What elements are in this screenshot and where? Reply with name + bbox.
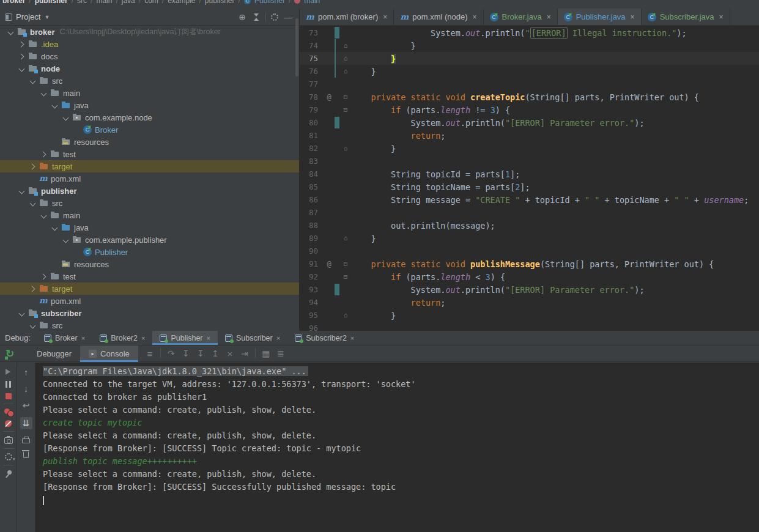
code-editor[interactable]: 73 System.out.println("[ERROR] Illegal i… xyxy=(300,26,759,331)
code-text[interactable]: private static void publishMessage(Strin… xyxy=(351,259,759,269)
editor-tab-broker-java[interactable]: CBroker.java× xyxy=(484,9,558,25)
breadcrumb-item[interactable]: main xyxy=(96,0,112,5)
clear-icon[interactable] xyxy=(23,452,29,458)
code-text[interactable]: } xyxy=(351,41,759,51)
close-icon[interactable]: × xyxy=(207,334,210,342)
chevron-down-icon[interactable] xyxy=(50,223,59,232)
project-tree-scrollbar[interactable] xyxy=(295,18,298,76)
close-icon[interactable]: × xyxy=(631,13,635,21)
chevron-right-icon[interactable] xyxy=(39,150,48,158)
code-text[interactable]: } xyxy=(351,311,759,320)
close-icon[interactable]: × xyxy=(276,334,280,342)
chevron-down-icon[interactable] xyxy=(6,28,15,36)
editor-tab-pom-xml-node-[interactable]: mpom.xml (node)× xyxy=(394,9,483,25)
editor-tab-subscriber-java[interactable]: CSubscriber.java× xyxy=(642,9,730,25)
fold-end-icon[interactable]: ⌂ xyxy=(340,234,351,242)
view-tab-console[interactable]: ▸Console xyxy=(80,345,138,362)
code-text[interactable]: System.out.println("[ERROR] Illegal inst… xyxy=(351,28,759,38)
breadcrumb-item[interactable]: publisher xyxy=(205,0,235,5)
tree-item-com-example-publisher[interactable]: com.example.publisher xyxy=(0,234,299,246)
fold-end-icon[interactable]: ⌂ xyxy=(340,67,351,75)
drop-frame-icon[interactable] xyxy=(223,347,237,360)
tree-item-resources[interactable]: resources xyxy=(0,136,299,148)
breadcrumb-item[interactable]: java xyxy=(122,0,135,5)
tree-item-test[interactable]: test xyxy=(0,270,299,283)
fold-end-icon[interactable]: ⌂ xyxy=(340,54,351,62)
fold-end-icon[interactable]: ⌂ xyxy=(340,144,351,152)
step-over-icon[interactable] xyxy=(165,347,178,360)
fold-minus-icon[interactable]: ⊟ xyxy=(340,93,351,101)
view-tab-debugger[interactable]: Debugger xyxy=(28,345,80,362)
chevron-down-icon[interactable] xyxy=(17,64,26,73)
code-text[interactable]: } xyxy=(351,144,759,153)
gear-icon[interactable] xyxy=(271,13,278,21)
code-text[interactable]: if (parts.length != 3) { xyxy=(351,105,759,115)
mute-icon[interactable] xyxy=(5,420,12,427)
tree-item-node[interactable]: node xyxy=(0,62,299,75)
force-step-into-icon[interactable] xyxy=(194,347,207,360)
breadcrumb-item[interactable]: publisher xyxy=(35,0,68,5)
debug-tab-broker2[interactable]: Broker2× xyxy=(92,331,152,345)
tree-item-resources[interactable]: resources xyxy=(0,258,299,270)
scroll-to-end-icon[interactable] xyxy=(20,417,32,429)
chevron-down-icon[interactable] xyxy=(61,113,70,122)
resume-icon[interactable] xyxy=(6,369,13,375)
tree-item-publisher[interactable]: CPublisher xyxy=(0,246,299,258)
tree-item-broker[interactable]: brokerC:\Users\lnpjj\Desktop\jiedan\java… xyxy=(0,26,299,38)
breadcrumb-item[interactable]: src xyxy=(77,0,87,5)
chevron-right-icon[interactable] xyxy=(17,52,26,61)
code-text[interactable]: return; xyxy=(351,131,759,141)
tree-item-main[interactable]: main xyxy=(0,87,299,99)
step-into-icon[interactable] xyxy=(179,347,193,360)
debug-tab-subscriber2[interactable]: Subscriber2× xyxy=(287,331,361,345)
debug-console[interactable]: "C:\Program Files\Java\jdk1.8.0_321\bin\… xyxy=(35,363,759,532)
code-text[interactable]: } xyxy=(351,67,759,76)
chevron-down-icon[interactable] xyxy=(28,76,37,85)
project-panel-title[interactable]: Project xyxy=(16,12,40,21)
chevron-down-icon[interactable] xyxy=(61,235,70,244)
code-text[interactable]: } xyxy=(351,54,759,64)
code-text[interactable]: if (parts.length < 3) { xyxy=(351,272,759,282)
camera-icon[interactable] xyxy=(4,437,13,444)
chevron-down-icon[interactable] xyxy=(17,187,26,195)
tree-item-main[interactable]: main xyxy=(0,209,299,221)
close-icon[interactable]: × xyxy=(350,334,354,342)
bp-icon[interactable] xyxy=(4,408,13,416)
tree-item-pom-xml[interactable]: mpom.xml xyxy=(0,295,299,307)
tree-item-com-example-node[interactable]: com.example.node xyxy=(0,111,299,124)
editor-tab-pom-xml-broker-[interactable]: mpom.xml (broker)× xyxy=(300,9,394,25)
breadcrumb-item[interactable]: example xyxy=(168,0,195,5)
chevron-down-icon[interactable] xyxy=(39,89,48,97)
tree-item-pom-xml[interactable]: mpom.xml xyxy=(0,172,299,185)
step-out-icon[interactable] xyxy=(209,347,222,360)
print-icon[interactable] xyxy=(22,438,30,443)
chevron-down-icon[interactable] xyxy=(28,199,37,207)
run-to-cursor-icon[interactable] xyxy=(238,347,251,360)
fold-minus-icon[interactable]: ⊟ xyxy=(340,106,351,114)
chevron-right-icon[interactable] xyxy=(39,272,48,281)
fold-end-icon[interactable]: ⌂ xyxy=(340,42,351,50)
fold-minus-icon[interactable]: ⊟ xyxy=(340,273,351,281)
code-text[interactable]: } xyxy=(351,234,759,243)
locate-file-icon[interactable]: ⊕ xyxy=(236,12,248,22)
tree-item-target[interactable]: target xyxy=(0,160,299,172)
soft-wrap-icon[interactable] xyxy=(21,401,32,410)
debug-tab-subscriber[interactable]: Subscriber× xyxy=(218,331,287,345)
chevron-down-icon[interactable] xyxy=(39,211,48,220)
chevron-right-icon[interactable] xyxy=(28,284,37,293)
breadcrumb-item[interactable]: broker xyxy=(2,0,25,5)
chevron-right-icon[interactable] xyxy=(28,162,37,171)
tree-item-java[interactable]: java xyxy=(0,221,299,234)
debug-tab-broker[interactable]: Broker× xyxy=(37,331,92,345)
fold-end-icon[interactable]: ⌂ xyxy=(340,311,351,319)
close-icon[interactable]: × xyxy=(141,334,145,342)
collapse-all-icon[interactable] xyxy=(252,13,261,21)
close-icon[interactable]: × xyxy=(81,334,85,342)
breadcrumb-item[interactable]: main xyxy=(304,0,320,5)
hide-panel-icon[interactable]: — xyxy=(282,12,294,22)
settings-icon[interactable] xyxy=(5,453,12,460)
pause-icon[interactable] xyxy=(3,379,14,389)
tree-item-src[interactable]: src xyxy=(0,197,299,209)
code-text[interactable]: String message = "CREATE " + topicId + "… xyxy=(351,195,759,205)
code-text[interactable]: out.println(message); xyxy=(351,221,759,231)
